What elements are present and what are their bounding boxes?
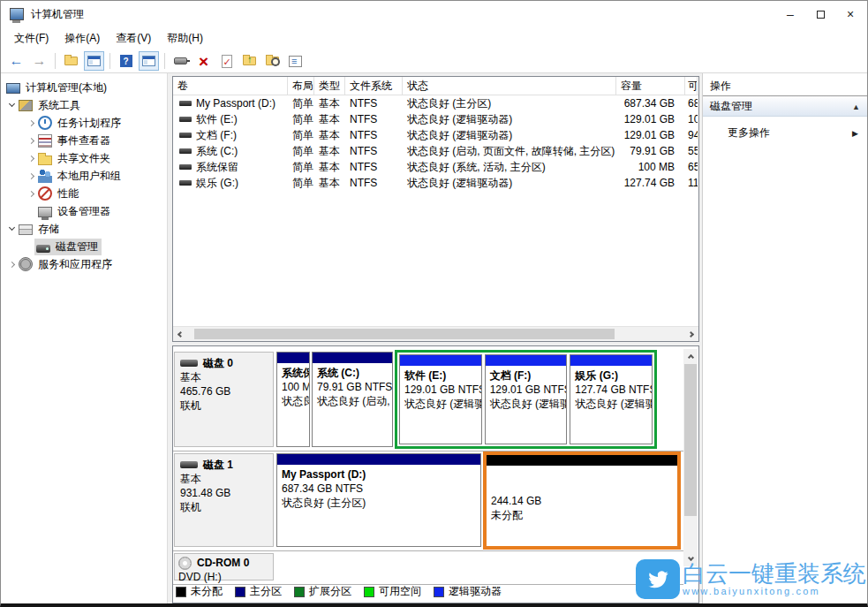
expander[interactable]	[24, 121, 38, 125]
sidebar-item-task-scheduler[interactable]: 任务计划程序	[1, 114, 167, 132]
sidebar-item-services-applications[interactable]: 服务和应用程序	[1, 255, 167, 273]
horizontal-scrollbar[interactable]	[173, 326, 698, 341]
volume-type: 基本	[314, 144, 345, 159]
column-capacity[interactable]: 容量	[616, 77, 685, 95]
partition-f[interactable]: 文档 (F:) 129.01 GB NTFS 状态良好 (逻辑驱动器)	[485, 354, 568, 444]
volume-capacity: 687.34 GB	[616, 97, 685, 110]
delete-icon[interactable]	[193, 51, 214, 71]
column-file-system[interactable]: 文件系统	[345, 77, 403, 95]
minimize-button[interactable]: –	[775, 1, 805, 27]
sidebar-item-shared-folders[interactable]: 共享文件夹	[1, 149, 167, 167]
sidebar-item-performance[interactable]: 性能	[1, 185, 167, 202]
partition-title: 系统保留	[282, 366, 305, 380]
partition-c[interactable]: 系统 (C:) 79.91 GB NTFS 状态良好 (启动, 页面文件, 故障…	[312, 352, 393, 447]
partition-size: 79.91 GB NTFS	[317, 380, 388, 394]
scrollbar-thumb[interactable]	[194, 329, 615, 339]
chevron-right-icon	[27, 119, 34, 125]
menu-help[interactable]: 帮助(H)	[159, 28, 211, 49]
rescan-disks-icon[interactable]	[170, 51, 191, 71]
column-volume[interactable]: 卷	[173, 77, 288, 95]
properties-icon[interactable]	[285, 51, 306, 71]
disk-1-label[interactable]: 磁盘 1 基本 931.48 GB 联机	[174, 453, 274, 547]
disk-type: 基本	[180, 370, 268, 384]
sidebar-item-system-tools[interactable]: 系统工具	[1, 96, 167, 114]
collapse-icon[interactable]	[852, 100, 860, 112]
folder-search-glyph	[266, 57, 279, 65]
menu-action[interactable]: 操作(A)	[57, 28, 108, 49]
forward-icon[interactable]: →	[29, 51, 49, 71]
table-row[interactable]: 系统 (C:) 简单 基本 NTFS 状态良好 (启动, 页面文件, 故障转储,…	[173, 143, 698, 159]
sidebar-item-local-users-groups[interactable]: 本地用户和组	[1, 167, 167, 185]
table-row[interactable]: 软件 (E:) 简单 基本 NTFS 状态良好 (逻辑驱动器) 129.01 G…	[173, 111, 698, 127]
volume-type: 基本	[314, 128, 345, 143]
expander[interactable]	[4, 104, 19, 106]
disk-0-label[interactable]: 磁盘 0 基本 465.76 GB 联机	[174, 352, 274, 447]
volume-layout: 简单	[288, 112, 314, 127]
legend-label: 扩展分区	[309, 584, 351, 599]
partition-g[interactable]: 娱乐 (G:) 127.74 GB NTFS 状态良好 (逻辑驱动器)	[570, 354, 653, 444]
expander[interactable]	[24, 174, 38, 178]
partition-status: 状态良好 (启动, 页面文件, 故障转储, 主分区)	[317, 394, 388, 408]
sidebar-item-computer-management[interactable]: 计算机管理(本地)	[1, 79, 167, 96]
sidebar-item-label: 任务计划程序	[57, 116, 121, 131]
partition-title: 文档 (F:)	[490, 368, 562, 383]
disk-icon	[36, 245, 50, 253]
menu-file[interactable]: 文件(F)	[6, 28, 57, 49]
disk-status: 联机	[180, 500, 268, 514]
folder-search-icon[interactable]	[262, 51, 283, 71]
column-free-space[interactable]: 可用空间	[685, 77, 698, 95]
menu-view[interactable]: 查看(V)	[108, 28, 159, 49]
console-tree-icon[interactable]	[139, 51, 159, 71]
table-row[interactable]: 娱乐 (G:) 简单 基本 NTFS 状态良好 (逻辑驱动器) 127.74 G…	[173, 175, 698, 191]
vertical-scrollbar[interactable]	[683, 349, 698, 566]
column-layout[interactable]: 布局	[288, 77, 314, 95]
close-button[interactable]: ×	[835, 1, 865, 27]
chevron-left-icon	[177, 331, 184, 338]
expander[interactable]	[24, 139, 38, 143]
expander[interactable]	[24, 156, 38, 161]
partition-d[interactable]: My Passport (D:) 687.34 GB NTFS 状态良好 (主分…	[276, 453, 481, 547]
back-icon[interactable]: ←	[6, 51, 26, 71]
help-icon[interactable]	[116, 51, 136, 71]
cdrom-label[interactable]: CD-ROM 0 DVD (H:)	[174, 553, 274, 580]
sidebar-item-device-manager[interactable]: 设备管理器	[1, 202, 167, 220]
table-row[interactable]: My Passport (D:) 简单 基本 NTFS 状态良好 (主分区) 6…	[173, 95, 698, 111]
expander[interactable]	[4, 228, 19, 230]
expander[interactable]	[4, 262, 19, 267]
section-disk-management[interactable]: 磁盘管理	[703, 96, 867, 117]
watermark-text: 白云一键重装系统 www.baiyunxitong.com	[683, 562, 866, 596]
check-document-icon[interactable]	[216, 51, 237, 71]
sidebar-item-storage[interactable]: 存储	[1, 220, 167, 238]
folder-icon[interactable]	[61, 51, 81, 71]
scroll-left-button[interactable]	[173, 327, 188, 342]
partition-color-bar	[486, 355, 567, 366]
volume-icon	[179, 117, 192, 122]
console-window-icon[interactable]	[84, 51, 104, 71]
chevron-down-icon	[8, 224, 14, 231]
table-row[interactable]: 文档 (F:) 简单 基本 NTFS 状态良好 (逻辑驱动器) 129.01 G…	[173, 127, 698, 143]
partition-e[interactable]: 软件 (E:) 129.01 GB NTFS 状态良好 (逻辑驱动器)	[399, 354, 482, 444]
partition-system-reserved[interactable]: 系统保留 100 MB 状态良好 (系统, 活动, 主分区)	[276, 352, 310, 447]
folder-up-glyph	[243, 57, 256, 65]
partition-unallocated-selected[interactable]: 244.14 GB 未分配	[483, 451, 681, 550]
volume-type: 基本	[314, 160, 345, 175]
more-actions-item[interactable]: 更多操作	[703, 122, 867, 143]
column-status[interactable]: 状态	[403, 77, 616, 95]
disk-icon	[180, 360, 198, 367]
volume-capacity: 127.74 GB	[616, 177, 685, 189]
disk-status: 联机	[180, 398, 268, 413]
volume-icon	[179, 180, 192, 186]
scroll-right-button[interactable]	[683, 327, 698, 342]
column-type[interactable]: 类型	[314, 77, 345, 95]
maximize-button[interactable]	[805, 1, 835, 27]
sidebar-item-event-viewer[interactable]: 事件查看器	[1, 132, 167, 149]
table-row[interactable]: 系统保留 简单 基本 NTFS 状态良好 (系统, 活动, 主分区) 100 M…	[173, 159, 698, 175]
scrollbar-thumb[interactable]	[684, 364, 697, 516]
selected-item-highlight: 磁盘管理	[34, 239, 102, 255]
folder-up-icon[interactable]	[239, 51, 260, 71]
volume-status: 状态良好 (主分区)	[403, 96, 616, 111]
scroll-up-button[interactable]	[683, 349, 698, 363]
partition-size: 244.14 GB	[491, 494, 673, 508]
sidebar-item-disk-management[interactable]: 磁盘管理	[1, 238, 167, 255]
expander[interactable]	[24, 192, 38, 196]
